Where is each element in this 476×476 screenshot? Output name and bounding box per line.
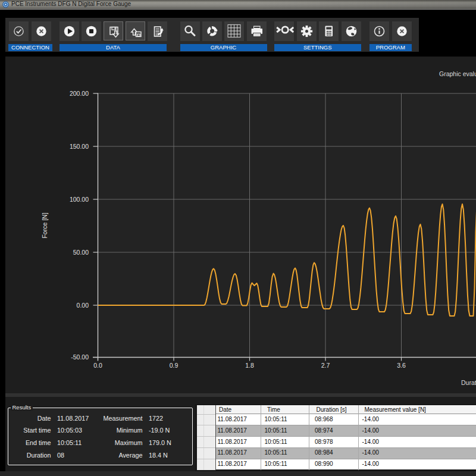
svg-text:150.00: 150.00 [70,143,89,150]
svg-text:Duration [s]: Duration [s] [461,379,476,386]
svg-text:100.00: 100.00 [70,196,89,203]
svg-text:0.0: 0.0 [93,362,102,369]
svg-text:Graphic evaluation: Graphic evaluation [439,70,476,77]
svg-text:2.7: 2.7 [321,362,330,369]
svg-text:200.00: 200.00 [70,90,89,97]
svg-text:Force [N]: Force [N] [41,212,48,238]
svg-text:0.9: 0.9 [170,362,178,369]
svg-text:3.6: 3.6 [397,362,406,369]
svg-text:1.8: 1.8 [245,362,254,369]
svg-text:0.00: 0.00 [77,302,89,309]
svg-text:50.00: 50.00 [73,249,89,256]
svg-text:-50.00: -50.00 [71,353,89,361]
